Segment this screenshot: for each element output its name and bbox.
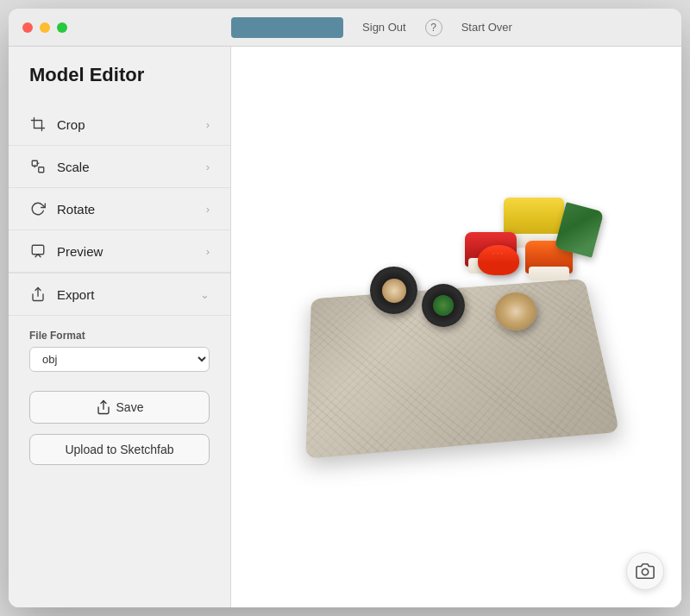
sign-out-button[interactable]: Sign Out bbox=[357, 19, 411, 35]
svg-rect-0 bbox=[32, 160, 37, 166]
rotate-chevron: › bbox=[206, 203, 210, 216]
sidebar-item-rotate[interactable]: Rotate › bbox=[9, 188, 230, 230]
title-bar-field[interactable] bbox=[231, 17, 343, 38]
export-icon bbox=[29, 286, 47, 303]
start-over-button[interactable]: Start Over bbox=[456, 19, 518, 35]
content-area bbox=[231, 47, 681, 607]
scale-label: Scale bbox=[57, 160, 206, 174]
main-area: Model Editor Crop › bbox=[9, 47, 681, 607]
export-label: Export bbox=[57, 287, 200, 302]
camera-button[interactable] bbox=[626, 552, 664, 590]
save-label: Save bbox=[116, 400, 144, 414]
sushi-roll-2 bbox=[422, 284, 465, 327]
preview-label: Preview bbox=[57, 244, 206, 259]
crop-icon bbox=[29, 116, 47, 133]
rotate-icon bbox=[29, 200, 47, 217]
save-button[interactable]: Save bbox=[29, 391, 210, 424]
maximize-button[interactable] bbox=[57, 22, 67, 33]
export-chevron: ⌄ bbox=[200, 288, 210, 301]
save-icon bbox=[96, 399, 111, 415]
3d-model-view bbox=[292, 180, 620, 474]
close-button[interactable] bbox=[22, 22, 33, 33]
app-window: Sign Out ? Start Over Model Editor Crop … bbox=[9, 9, 681, 607]
svg-rect-4 bbox=[32, 245, 44, 255]
round-nigiri bbox=[495, 292, 536, 330]
sidebar-item-preview[interactable]: Preview › bbox=[9, 230, 230, 273]
rotate-label: Rotate bbox=[57, 202, 206, 217]
crop-label: Crop bbox=[57, 117, 206, 132]
upload-label: Upload to Sketchfab bbox=[65, 443, 173, 456]
sidebar-item-scale[interactable]: Scale › bbox=[9, 146, 230, 188]
title-bar-center: Sign Out ? Start Over bbox=[81, 17, 668, 38]
upload-sketchfab-button[interactable]: Upload to Sketchfab bbox=[29, 434, 210, 465]
title-bar: Sign Out ? Start Over bbox=[9, 9, 681, 47]
minimize-button[interactable] bbox=[40, 22, 50, 33]
sidebar-title: Model Editor bbox=[9, 64, 230, 104]
svg-point-7 bbox=[642, 569, 648, 575]
sidebar-item-export[interactable]: Export ⌄ bbox=[9, 273, 230, 316]
traffic-lights bbox=[22, 22, 67, 33]
preview-icon bbox=[29, 242, 47, 260]
scale-icon bbox=[29, 158, 47, 175]
file-format-label: File Format bbox=[9, 330, 230, 342]
help-button[interactable]: ? bbox=[425, 19, 442, 36]
roe-piece bbox=[478, 245, 519, 275]
crop-chevron: › bbox=[206, 118, 210, 131]
svg-rect-1 bbox=[39, 167, 44, 173]
sushi-roll-1 bbox=[370, 267, 417, 314]
preview-chevron: › bbox=[206, 245, 210, 258]
file-format-select[interactable]: obj stl ply fbx bbox=[29, 347, 210, 372]
scale-chevron: › bbox=[206, 160, 210, 173]
sushi-pieces bbox=[344, 198, 620, 439]
sidebar-item-crop[interactable]: Crop › bbox=[9, 104, 230, 146]
camera-icon bbox=[636, 562, 655, 581]
sidebar: Model Editor Crop › bbox=[9, 47, 231, 607]
